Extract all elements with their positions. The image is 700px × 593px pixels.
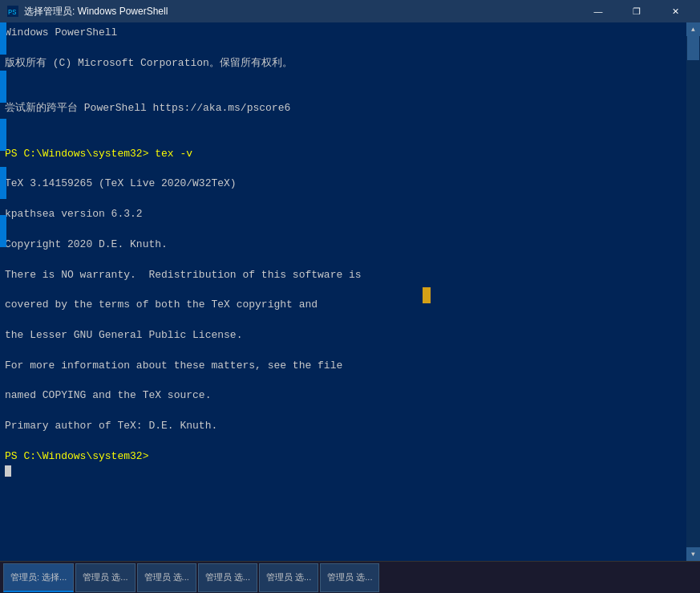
close-button[interactable]: ✕ <box>657 0 694 22</box>
scrollbar-up-arrow[interactable]: ▲ <box>686 22 700 36</box>
taskbar-item-3[interactable]: 管理员 选... <box>198 563 257 592</box>
indicator-3 <box>0 119 6 151</box>
minimize-button[interactable]: — <box>580 0 617 22</box>
terminal-line-14: Primary author of TeX: D.E. Knuth. <box>5 419 682 434</box>
restore-button[interactable]: ❐ <box>618 0 655 22</box>
indicator-1 <box>0 22 6 55</box>
taskbar-item-label-4: 管理员 选... <box>266 571 311 583</box>
scrollbar-thumb-area <box>686 36 700 547</box>
terminal-wrapper: Windows PowerShell版权所有 (C) Microsoft Cor… <box>0 22 700 561</box>
terminal-line-5: PS C:\Windows\system32> tex -v <box>5 147 682 162</box>
svg-text:PS: PS <box>8 9 17 17</box>
cursor-artifact <box>423 287 431 303</box>
taskbar-item-label-3: 管理员 选... <box>205 571 250 583</box>
scrollbar[interactable]: ▲ ▼ <box>686 22 700 561</box>
window-controls: — ❐ ✕ <box>580 0 694 22</box>
taskbar-item-1[interactable]: 管理员 选... <box>75 563 135 592</box>
terminal-line-15: PS C:\Windows\system32> <box>5 449 682 465</box>
scrollbar-thumb[interactable] <box>687 36 699 60</box>
title-bar-left: PS 选择管理员: Windows PowerShell <box>6 5 168 18</box>
indicator-2 <box>0 71 6 103</box>
window-title: 选择管理员: Windows PowerShell <box>24 5 168 18</box>
terminal-line-6: TeX 3.14159265 (TeX Live 2020/W32TeX) <box>5 177 682 192</box>
taskbar-item-4[interactable]: 管理员 选... <box>259 563 318 592</box>
taskbar-item-label-0: 管理员: 选择... <box>10 571 67 583</box>
terminal-line-11: the Lesser GNU General Public License. <box>5 328 682 343</box>
terminal-line-0: Windows PowerShell <box>5 26 682 41</box>
terminal-line-12: For more information about these matters… <box>5 359 682 374</box>
taskbar: 管理员: 选择... 管理员 选... 管理员 选... 管理员 选... 管理… <box>0 561 700 593</box>
terminal-line-7: kpathsea version 6.3.2 <box>5 207 682 222</box>
title-bar: PS 选择管理员: Windows PowerShell — ❐ ✕ <box>0 0 700 22</box>
terminal-line-9: There is NO warranty. Redistribution of … <box>5 268 682 283</box>
terminal-line-3: 尝试新的跨平台 PowerShell https://aka.ms/pscore… <box>5 101 682 116</box>
taskbar-item-label-5: 管理员 选... <box>327 571 372 583</box>
taskbar-item-5[interactable]: 管理员 选... <box>320 563 379 592</box>
indicator-4 <box>0 167 6 199</box>
taskbar-item-label-1: 管理员 选... <box>83 571 127 583</box>
terminal-line-10: covered by the terms of both the TeX cop… <box>5 298 682 313</box>
taskbar-item-2[interactable]: 管理员 选... <box>137 563 196 592</box>
left-indicators <box>0 22 6 561</box>
terminal-body[interactable]: Windows PowerShell版权所有 (C) Microsoft Cor… <box>0 22 686 561</box>
scrollbar-down-arrow[interactable]: ▼ <box>686 547 700 561</box>
terminal-line-13: named COPYING and the TeX source. <box>5 388 682 404</box>
taskbar-item-0[interactable]: 管理员: 选择... <box>3 563 74 592</box>
taskbar-item-label-2: 管理员 选... <box>144 571 189 583</box>
indicator-5 <box>0 215 6 247</box>
terminal-line-1: 版权所有 (C) Microsoft Corporation。保留所有权利。 <box>5 56 682 71</box>
powershell-icon: PS <box>6 5 19 18</box>
terminal-line-8: Copyright 2020 D.E. Knuth. <box>5 238 682 253</box>
